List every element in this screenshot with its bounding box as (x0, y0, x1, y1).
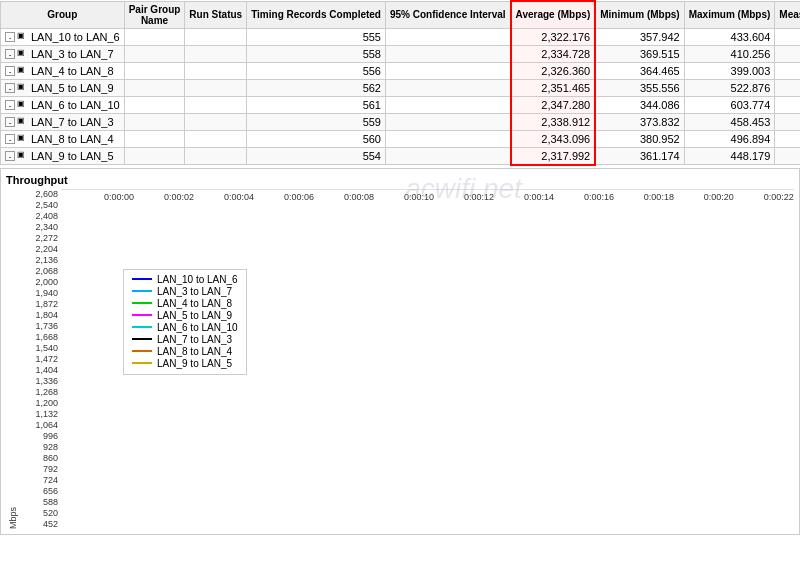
legend-label: LAN_5 to LAN_9 (157, 310, 232, 321)
table-cell: -▣LAN_7 to LAN_3 (1, 113, 125, 130)
x-axis-tick: 0:00:06 (284, 192, 314, 202)
expand-icon[interactable]: - (5, 83, 15, 93)
table-cell: -▣LAN_8 to LAN_4 (1, 130, 125, 147)
legend-color-swatch (132, 314, 152, 316)
table-cell: 399.003 (684, 62, 775, 79)
expand-icon[interactable]: - (5, 100, 15, 110)
row-icon: ▣ (17, 48, 29, 60)
table-cell: 458.453 (684, 113, 775, 130)
chart-title: Throughput (6, 174, 794, 186)
table-cell: 357.942 (595, 28, 684, 45)
y-axis-tick: 2,340 (20, 222, 58, 232)
grid-line (63, 189, 794, 190)
table-cell: 433.604 (684, 28, 775, 45)
table-row: -▣LAN_9 to LAN_55542,317.992361.174448.1… (1, 147, 801, 165)
col-header-run-status: Run Status (185, 1, 247, 28)
table-row: -▣LAN_4 to LAN_85562,326.360364.465399.0… (1, 62, 801, 79)
table-cell: 561 (247, 96, 386, 113)
table-cell (775, 96, 800, 113)
y-axis-tick: 452 (20, 519, 58, 529)
table-cell: 364.465 (595, 62, 684, 79)
y-axis-tick: 724 (20, 475, 58, 485)
x-axis-tick: 0:00:14 (524, 192, 554, 202)
row-icon: ▣ (17, 116, 29, 128)
table-cell: 355.556 (595, 79, 684, 96)
throughput-chart: Throughput Mbps 2,6082,5402,4082,3402,27… (0, 168, 800, 535)
y-axis-tick: 1,736 (20, 321, 58, 331)
y-axis-tick: 1,132 (20, 409, 58, 419)
table-cell: 2,347.280 (511, 96, 596, 113)
row-icon: ▣ (17, 99, 29, 111)
table-cell: 2,338.912 (511, 113, 596, 130)
expand-icon[interactable]: - (5, 49, 15, 59)
table-cell (385, 147, 510, 165)
legend-color-swatch (132, 362, 152, 364)
expand-icon[interactable]: - (5, 32, 15, 42)
table-row: -▣LAN_6 to LAN_105612,347.280344.086603.… (1, 96, 801, 113)
table-cell: 373.832 (595, 113, 684, 130)
col-header-pair-group-name: Pair GroupName (124, 1, 185, 28)
legend-label: LAN_4 to LAN_8 (157, 298, 232, 309)
y-axis-tick: 1,268 (20, 387, 58, 397)
x-axis-tick: 0:00:08 (344, 192, 374, 202)
expand-icon[interactable]: - (5, 117, 15, 127)
x-axis-tick: 0:00:04 (224, 192, 254, 202)
legend-label: LAN_8 to LAN_4 (157, 346, 232, 357)
table-cell (124, 79, 185, 96)
table-cell (775, 130, 800, 147)
x-axis-tick: 0:00:18 (644, 192, 674, 202)
expand-icon[interactable]: - (5, 134, 15, 144)
table-cell (124, 45, 185, 62)
table-cell: 522.876 (684, 79, 775, 96)
table-cell: 554 (247, 147, 386, 165)
legend-label: LAN_3 to LAN_7 (157, 286, 232, 297)
table-cell: -▣LAN_3 to LAN_7 (1, 45, 125, 62)
y-axis-tick: 2,540 (20, 200, 58, 210)
y-axis-tick: 656 (20, 486, 58, 496)
y-axis-label: Mbps (6, 189, 20, 529)
legend-label: LAN_9 to LAN_5 (157, 358, 232, 369)
table-cell (124, 130, 185, 147)
legend-color-swatch (132, 350, 152, 352)
table-cell: 603.774 (684, 96, 775, 113)
y-axis-tick: 1,540 (20, 343, 58, 353)
table-cell (775, 79, 800, 96)
table-cell: 2,326.360 (511, 62, 596, 79)
x-axis-tick: 0:00:12 (464, 192, 494, 202)
legend-item: LAN_8 to LAN_4 (132, 346, 238, 357)
y-axis-tick: 588 (20, 497, 58, 507)
table-cell (124, 62, 185, 79)
table-cell (185, 62, 247, 79)
table-cell (775, 147, 800, 165)
table-cell: 2,317.992 (511, 147, 596, 165)
table-cell (775, 28, 800, 45)
table-cell: 2,322.176 (511, 28, 596, 45)
legend-item: LAN_3 to LAN_7 (132, 286, 238, 297)
legend-item: LAN_5 to LAN_9 (132, 310, 238, 321)
y-axis-tick: 1,872 (20, 299, 58, 309)
col-header-timing-records: Timing Records Completed (247, 1, 386, 28)
legend-label: LAN_10 to LAN_6 (157, 274, 238, 285)
table-cell (775, 45, 800, 62)
table-cell (775, 113, 800, 130)
expand-icon[interactable]: - (5, 66, 15, 76)
y-axis-tick: 860 (20, 453, 58, 463)
legend-label: LAN_7 to LAN_3 (157, 334, 232, 345)
legend-color-swatch (132, 278, 152, 280)
table-cell: 380.952 (595, 130, 684, 147)
table-cell: 558 (247, 45, 386, 62)
col-header-average: Average (Mbps) (511, 1, 596, 28)
col-header-confidence: 95% Confidence Interval (385, 1, 510, 28)
table-cell: -▣LAN_5 to LAN_9 (1, 79, 125, 96)
x-axis-tick: 0:00:00 (104, 192, 134, 202)
table-cell (185, 28, 247, 45)
table-row: -▣LAN_7 to LAN_35592,338.912373.832458.4… (1, 113, 801, 130)
table-cell (185, 79, 247, 96)
y-axis-tick: 1,940 (20, 288, 58, 298)
table-cell: 369.515 (595, 45, 684, 62)
table-cell (385, 130, 510, 147)
table-cell: -▣LAN_9 to LAN_5 (1, 147, 125, 165)
table-cell: 344.086 (595, 96, 684, 113)
table-cell: 555 (247, 28, 386, 45)
expand-icon[interactable]: - (5, 151, 15, 161)
